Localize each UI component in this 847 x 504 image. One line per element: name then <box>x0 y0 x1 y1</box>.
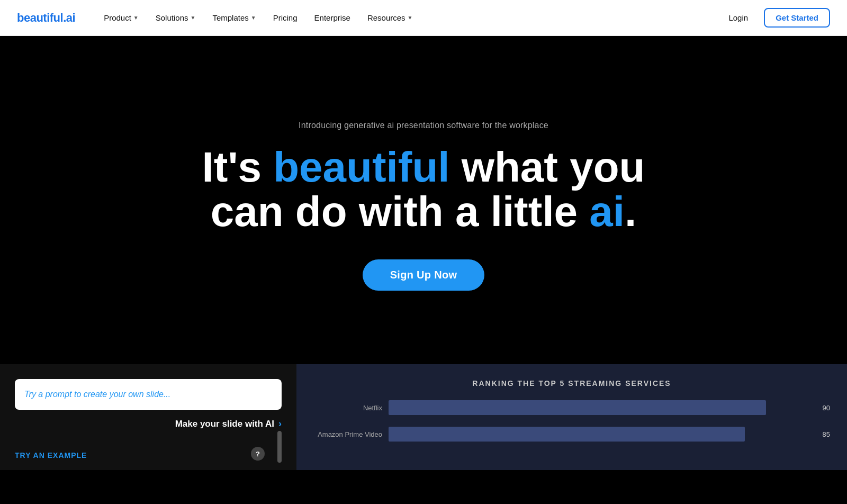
scroll-handle[interactable] <box>277 431 282 463</box>
prompt-card: Make your slide with AI › TRY AN EXAMPLE… <box>0 364 296 470</box>
chart-row-amazon: Amazon Prime Video 85 <box>313 427 830 442</box>
nav-label-solutions: Solutions <box>156 13 188 22</box>
hero-title-highlight2: ai <box>589 188 625 235</box>
hero-section: Introducing generative ai presentation s… <box>0 36 847 364</box>
nav-item-enterprise[interactable]: Enterprise <box>307 9 358 26</box>
try-example-link[interactable]: TRY AN EXAMPLE <box>15 451 87 460</box>
arrow-right-icon: › <box>278 418 282 429</box>
logo[interactable]: beautiful.ai <box>17 11 75 25</box>
help-icon[interactable]: ? <box>251 447 265 461</box>
chart-label-amazon: Amazon Prime Video <box>313 430 382 438</box>
nav-label-resources: Resources <box>367 13 406 22</box>
hero-title-end: . <box>625 188 636 235</box>
hero-title-part1: It's <box>202 143 274 191</box>
chart-bar-amazon <box>389 427 745 442</box>
nav-item-resources[interactable]: Resources ▼ <box>360 9 420 26</box>
hero-title: It's beautiful what you can do with a li… <box>185 145 662 234</box>
nav-item-solutions[interactable]: Solutions ▼ <box>148 9 203 26</box>
chart-bar-wrap-netflix <box>389 400 808 415</box>
logo-text-main: beautiful <box>17 11 63 24</box>
make-slide-row: Make your slide with AI › <box>15 418 282 429</box>
nav-item-templates[interactable]: Templates ▼ <box>205 9 263 26</box>
nav-item-pricing[interactable]: Pricing <box>266 9 305 26</box>
chart-bar-netflix <box>389 400 766 415</box>
nav-label-product: Product <box>104 13 131 22</box>
chart-label-netflix: Netflix <box>313 404 382 412</box>
bottom-section: Make your slide with AI › TRY AN EXAMPLE… <box>0 364 847 470</box>
chart-row-netflix: Netflix 90 <box>313 400 830 415</box>
get-started-button[interactable]: Get Started <box>764 8 830 28</box>
navbar: beautiful.ai Product ▼ Solutions ▼ Templ… <box>0 0 847 36</box>
chevron-down-icon: ▼ <box>408 15 413 21</box>
nav-label-pricing: Pricing <box>273 13 298 22</box>
chart-value-amazon: 85 <box>814 430 830 438</box>
chart-value-netflix: 90 <box>814 404 830 412</box>
nav-right: Login Get Started <box>721 8 830 28</box>
chart-card: RANKING THE TOP 5 STREAMING SERVICES Net… <box>296 364 847 470</box>
nav-links: Product ▼ Solutions ▼ Templates ▼ Pricin… <box>96 9 721 26</box>
make-slide-label: Make your slide with AI <box>175 419 274 429</box>
sign-up-button[interactable]: Sign Up Now <box>363 259 485 291</box>
prompt-input[interactable] <box>15 379 282 410</box>
chevron-down-icon: ▼ <box>190 15 195 21</box>
login-button[interactable]: Login <box>721 9 755 26</box>
logo-text-ai: ai <box>66 11 75 24</box>
chart-title: RANKING THE TOP 5 STREAMING SERVICES <box>313 379 830 388</box>
nav-label-templates: Templates <box>212 13 248 22</box>
chart-bar-wrap-amazon <box>389 427 808 442</box>
nav-item-product[interactable]: Product ▼ <box>96 9 146 26</box>
hero-title-highlight: beautiful <box>273 143 449 191</box>
chevron-down-icon: ▼ <box>133 15 139 21</box>
hero-subtitle: Introducing generative ai presentation s… <box>299 121 548 130</box>
chevron-down-icon: ▼ <box>251 15 256 21</box>
nav-label-enterprise: Enterprise <box>314 13 350 22</box>
